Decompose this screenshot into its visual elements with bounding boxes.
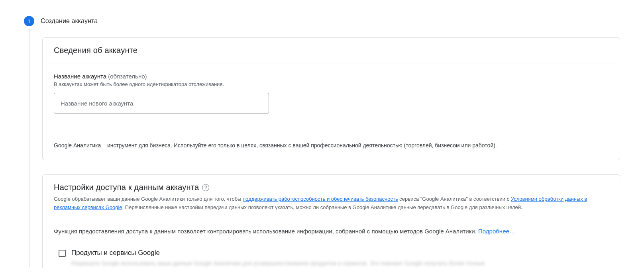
learn-more-link[interactable]: Подробнее… — [478, 228, 515, 235]
step-timeline — [29, 28, 29, 268]
desc-text-1: Google обрабатывает ваши данные Google А… — [54, 196, 243, 202]
data-function-row: Функция предоставления доступа к данным … — [54, 228, 609, 235]
data-sharing-description: Google обрабатывает ваши данные Google А… — [54, 195, 609, 212]
checkbox-google-products-desc: Разрешите Google использовать ваши данны… — [71, 259, 485, 268]
desc-text-3: . Перечисленные ниже настройки передачи … — [122, 204, 522, 210]
account-name-input[interactable] — [54, 93, 269, 114]
account-details-card: Сведения об аккаунте Название аккаунта (… — [42, 37, 620, 160]
security-link[interactable]: поддерживать работоспособность и обеспеч… — [243, 196, 398, 202]
account-name-hint: В аккаунтах может быть более одного иден… — [54, 81, 609, 87]
data-sharing-card: Настройки доступа к данным аккаунта ? Go… — [42, 174, 620, 268]
function-text: Функция предоставления доступа к данным … — [54, 228, 478, 235]
desc-text-2: сервиса "Google Аналитика" в соответстви… — [398, 196, 511, 202]
business-note: Google Аналитика – инструмент для бизнес… — [54, 142, 609, 149]
account-name-label: Название аккаунта (обязательно) — [54, 73, 609, 80]
step-header: 1 Создание аккаунта — [24, 16, 620, 26]
checkbox-row-google-products: Продукты и сервисы Google Разрешите Goog… — [59, 249, 609, 268]
step-number-badge: 1 — [24, 16, 34, 26]
checkbox-google-products-label: Продукты и сервисы Google — [71, 249, 485, 257]
account-name-required: (обязательно) — [108, 73, 147, 80]
account-details-header: Сведения об аккаунте — [43, 38, 620, 63]
data-sharing-title: Настройки доступа к данным аккаунта — [54, 183, 199, 192]
step-title: Создание аккаунта — [41, 18, 98, 25]
account-name-label-text: Название аккаунта — [54, 73, 106, 80]
help-icon[interactable]: ? — [202, 184, 209, 191]
checkbox-google-products[interactable] — [59, 250, 66, 257]
